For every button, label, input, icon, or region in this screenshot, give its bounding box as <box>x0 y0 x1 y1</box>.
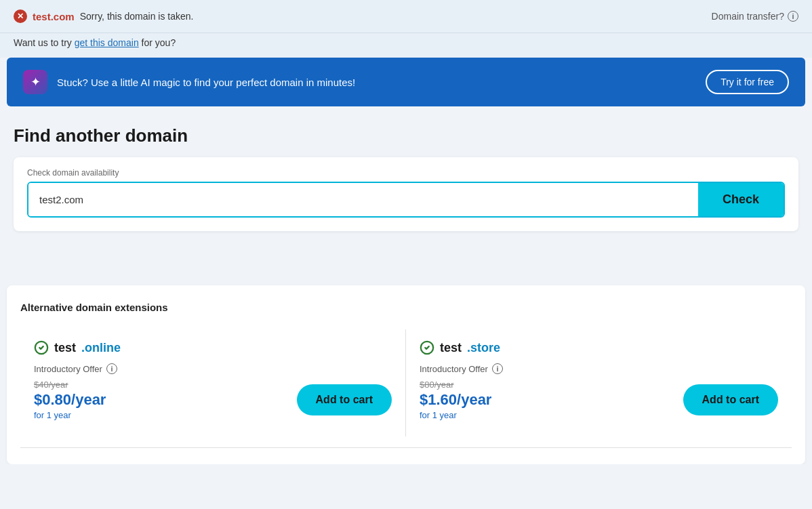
extensions-grid: test.online Introductory Offer i $40/yea… <box>20 329 792 436</box>
sale-price-online: $0.80/year <box>34 391 106 409</box>
intro-offer-store: Introductory Offer i <box>420 363 778 374</box>
search-label: Check domain availability <box>27 168 785 178</box>
intro-info-icon-online[interactable]: i <box>106 363 117 374</box>
domain-name-store: test.store <box>420 340 778 355</box>
domain-transfer-link[interactable]: Domain transfer? i <box>712 11 798 22</box>
available-icon-online <box>34 340 49 355</box>
ai-banner-text: Stuck? Use a little AI magic to find you… <box>57 77 696 88</box>
intro-info-icon-store[interactable]: i <box>492 363 503 374</box>
transfer-info-icon[interactable]: i <box>788 11 798 22</box>
main-content: Find another domain Check domain availab… <box>0 106 812 245</box>
intro-label-online: Introductory Offer <box>34 364 102 374</box>
alt-extensions-title: Alternative domain extensions <box>20 302 792 313</box>
price-row-online: $40/year $0.80/year for 1 year Add to ca… <box>34 380 392 420</box>
add-to-cart-store[interactable]: Add to cart <box>683 384 778 415</box>
per-year-online: for 1 year <box>34 410 106 420</box>
domain-base-store: test <box>440 341 462 355</box>
domain-ext-online: .online <box>81 341 121 355</box>
check-button[interactable]: Check <box>698 183 784 216</box>
try-text: Want us to try <box>14 37 72 48</box>
domain-name-online: test.online <box>34 340 392 355</box>
taken-icon: ✕ <box>14 9 27 23</box>
price-info-online: $40/year $0.80/year for 1 year <box>34 380 106 420</box>
available-icon-store <box>420 340 434 355</box>
search-row: Check <box>27 182 785 218</box>
sub-notice: Want us to try get this domain for you? <box>0 33 812 58</box>
ai-banner: ✦ Stuck? Use a little AI magic to find y… <box>7 58 805 106</box>
intro-offer-online: Introductory Offer i <box>34 363 392 374</box>
search-container: Check domain availability Check <box>14 157 798 231</box>
extension-card-store: test.store Introductory Offer i $80/year… <box>406 329 792 436</box>
ai-icon: ✦ <box>23 70 47 94</box>
domain-ext-store: .store <box>467 341 500 355</box>
domain-notice-bar: ✕ test.com Sorry, this domain is taken. … <box>0 0 812 33</box>
extension-card-online: test.online Introductory Offer i $40/yea… <box>20 329 406 436</box>
spacer <box>0 245 812 285</box>
transfer-label: Domain transfer? <box>712 11 784 22</box>
price-row-store: $80/year $1.60/year for 1 year Add to ca… <box>420 380 778 420</box>
search-input[interactable] <box>28 183 698 216</box>
original-price-online: $40/year <box>34 380 106 390</box>
sale-price-store: $1.60/year <box>420 391 491 409</box>
alternative-extensions-section: Alternative domain extensions test.onlin… <box>7 285 805 464</box>
extensions-divider <box>20 447 792 448</box>
try-free-button[interactable]: Try it for free <box>706 70 789 94</box>
page-title: Find another domain <box>14 125 798 146</box>
taken-domain: test.com <box>33 11 75 22</box>
intro-label-store: Introductory Offer <box>420 364 488 374</box>
original-price-store: $80/year <box>420 380 491 390</box>
add-to-cart-online[interactable]: Add to cart <box>297 384 392 415</box>
get-domain-link[interactable]: get this domain <box>75 37 139 48</box>
per-year-store: for 1 year <box>420 410 491 420</box>
domain-base-online: test <box>54 341 76 355</box>
price-info-store: $80/year $1.60/year for 1 year <box>420 380 491 420</box>
for-you-text: for you? <box>142 37 176 48</box>
taken-message: Sorry, this domain is taken. <box>80 11 194 22</box>
